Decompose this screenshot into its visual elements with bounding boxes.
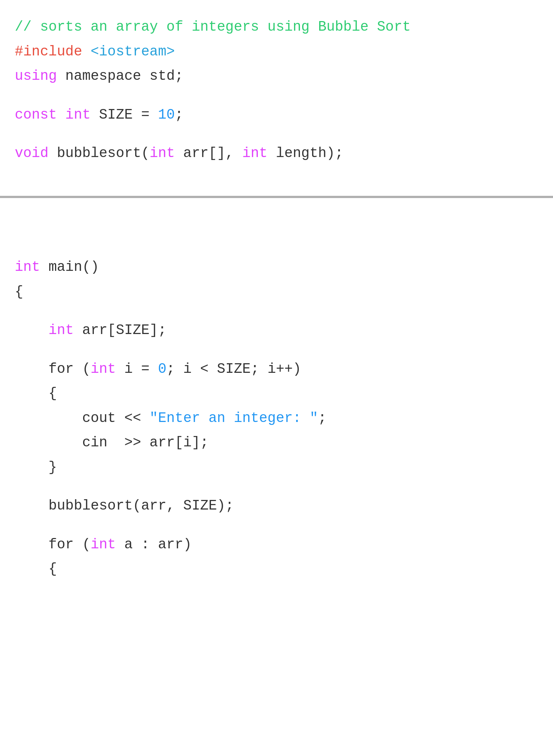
code-spacer bbox=[15, 89, 538, 103]
top-section: // sorts an array of integers using Bubb… bbox=[0, 0, 553, 196]
code-spacer bbox=[15, 227, 538, 241]
code-editor: // sorts an array of integers using Bubb… bbox=[0, 0, 553, 756]
code-line: bubblesort(arr, SIZE); bbox=[15, 494, 538, 518]
code-line: for (int a : arr) bbox=[15, 532, 538, 557]
code-spacer bbox=[15, 241, 538, 255]
code-token: for ( bbox=[15, 532, 91, 557]
code-token: int bbox=[48, 318, 74, 343]
code-token: arr[], bbox=[175, 141, 242, 166]
code-token: 10 bbox=[158, 103, 175, 127]
code-line: } bbox=[15, 455, 538, 480]
code-token: <iostream> bbox=[91, 40, 175, 64]
code-token: { bbox=[15, 381, 57, 406]
code-line: using namespace std; bbox=[15, 64, 538, 89]
code-token: using bbox=[15, 64, 57, 89]
code-token: int bbox=[65, 103, 91, 127]
bottom-section: int main(){ int arr[SIZE]; for (int i = … bbox=[0, 198, 553, 756]
code-spacer bbox=[15, 213, 538, 227]
code-spacer bbox=[15, 304, 538, 318]
code-token: ; bbox=[318, 406, 327, 431]
code-token: } bbox=[15, 455, 57, 480]
code-token: void bbox=[15, 141, 48, 166]
code-token: SIZE = bbox=[91, 103, 158, 127]
code-token: main() bbox=[40, 255, 99, 280]
code-line: const int SIZE = 10; bbox=[15, 103, 538, 127]
code-spacer bbox=[15, 127, 538, 141]
code-spacer bbox=[15, 343, 538, 357]
code-token: ; i < SIZE; i++) bbox=[167, 357, 301, 382]
code-token: ; bbox=[175, 103, 183, 127]
code-token: { bbox=[15, 557, 57, 582]
code-spacer bbox=[15, 518, 538, 532]
code-line: int arr[SIZE]; bbox=[15, 318, 538, 343]
code-line: cin >> arr[i]; bbox=[15, 430, 538, 455]
code-token: // sorts an array of integers using Bubb… bbox=[15, 15, 411, 40]
code-token: "Enter an integer: " bbox=[150, 406, 318, 431]
code-line: { bbox=[15, 381, 538, 406]
code-token: for ( bbox=[15, 357, 91, 382]
code-line: { bbox=[15, 557, 538, 582]
code-token: i = bbox=[116, 357, 158, 382]
code-token: length); bbox=[267, 141, 343, 166]
code-token: cout << bbox=[15, 406, 150, 431]
code-token: int bbox=[91, 532, 116, 557]
code-line: { bbox=[15, 280, 538, 304]
code-line: for (int i = 0; i < SIZE; i++) bbox=[15, 357, 538, 382]
code-line: #include <iostream> bbox=[15, 40, 538, 64]
code-line: int main() bbox=[15, 255, 538, 280]
code-spacer bbox=[15, 480, 538, 494]
code-token: arr[SIZE]; bbox=[74, 318, 167, 343]
code-token: bubblesort( bbox=[48, 141, 150, 166]
code-token: bubblesort(arr, SIZE); bbox=[15, 494, 234, 518]
code-token bbox=[15, 318, 48, 343]
code-token: int bbox=[150, 141, 175, 166]
code-token: #include bbox=[15, 40, 91, 64]
code-token: { bbox=[15, 280, 23, 304]
code-token: int bbox=[242, 141, 267, 166]
code-token: namespace std; bbox=[57, 64, 183, 89]
code-token: const bbox=[15, 103, 65, 127]
code-token: cin >> arr[i]; bbox=[15, 430, 209, 455]
code-line: cout << "Enter an integer: "; bbox=[15, 406, 538, 431]
code-line: void bubblesort(int arr[], int length); bbox=[15, 141, 538, 166]
code-token: int bbox=[91, 357, 116, 382]
code-line: // sorts an array of integers using Bubb… bbox=[15, 15, 538, 40]
code-token: a : arr) bbox=[116, 532, 192, 557]
code-token: 0 bbox=[158, 357, 167, 382]
code-token: int bbox=[15, 255, 40, 280]
